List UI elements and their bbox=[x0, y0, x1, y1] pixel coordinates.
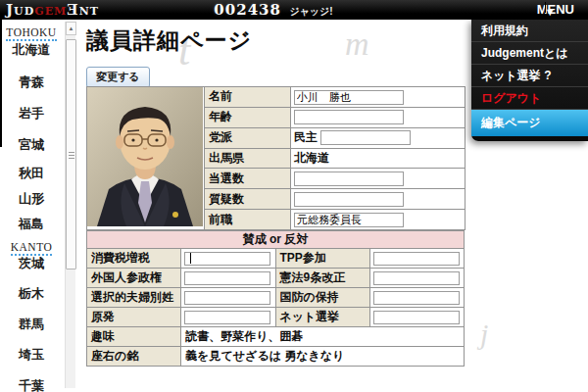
region-header-tohoku: TOHOKU bbox=[0, 26, 63, 38]
previous-post-input[interactable] bbox=[294, 213, 404, 227]
watermark-letter: m bbox=[345, 25, 369, 63]
nuclear-power-input[interactable] bbox=[184, 311, 270, 324]
stance-label-foreigner-suffrage: 外国人参政権 bbox=[87, 269, 181, 288]
questions-input[interactable] bbox=[294, 192, 404, 207]
stance-label-consumption-tax: 消費税増税 bbox=[87, 249, 181, 269]
politician-photo bbox=[87, 87, 205, 230]
judge-counter: 002438 ジャッジ! bbox=[214, 0, 332, 20]
field-label-party: 党派 bbox=[205, 127, 291, 148]
field-label-questions: 質疑数 bbox=[205, 189, 291, 210]
scroll-up-icon[interactable]: ▲ bbox=[66, 22, 76, 35]
tpp-input[interactable] bbox=[373, 252, 460, 266]
sidebar-item-saitama[interactable]: 埼玉 bbox=[0, 346, 63, 364]
text-caret bbox=[190, 253, 191, 264]
party-input[interactable] bbox=[320, 130, 411, 145]
stance-header: 賛成 or 反対 bbox=[87, 231, 465, 249]
elections-won-input[interactable] bbox=[294, 172, 404, 186]
site-logo[interactable]: JUDGEMƎNT bbox=[6, 0, 99, 20]
field-label-elections-won: 当選数 bbox=[205, 169, 291, 189]
sidebar-item-akita[interactable]: 秋田 bbox=[0, 165, 63, 182]
sidebar-item-iwate[interactable]: 岩手 bbox=[0, 105, 63, 122]
field-label-previous-post: 前職 bbox=[205, 210, 291, 230]
menu-button[interactable]: MENU▼ bbox=[537, 0, 574, 20]
menu-item-logout[interactable]: ログアウト bbox=[471, 87, 588, 110]
sidebar-item-fukushima[interactable]: 福島 bbox=[0, 216, 63, 233]
separate-surnames-input[interactable] bbox=[184, 291, 270, 305]
field-label-age: 年齢 bbox=[205, 107, 291, 127]
sidebar-item-yamagata[interactable]: 山形 bbox=[0, 190, 63, 208]
national-defense-input[interactable] bbox=[373, 291, 460, 305]
judge-count-label: ジャッジ! bbox=[289, 6, 332, 17]
stance-label-separate-surnames: 選択的夫婦別姓 bbox=[87, 288, 181, 308]
net-election-input[interactable] bbox=[373, 311, 460, 324]
consumption-tax-input[interactable] bbox=[184, 252, 270, 266]
sidebar-item-chiba[interactable]: 千葉 bbox=[0, 377, 63, 392]
scrollbar-thumb[interactable] bbox=[66, 39, 76, 270]
sidebar-scrollbar[interactable]: ▲ bbox=[65, 22, 75, 388]
logo-text: UD bbox=[14, 5, 34, 18]
profile-table: 名前 年齢 党派 民主 出馬県 北海道 当選数 質疑数 前職 bbox=[86, 86, 466, 230]
judge-count-value: 002438 bbox=[214, 1, 281, 19]
logo-text: Ǝ bbox=[67, 1, 78, 19]
menu-item-about[interactable]: Judgementとは bbox=[471, 42, 588, 65]
logo-text: NT bbox=[79, 5, 99, 18]
stance-label-net-election: ネット選挙 bbox=[275, 308, 369, 327]
sidebar-item-tochigi[interactable]: 栃木 bbox=[0, 285, 63, 303]
dropdown-menu: 利用規約 Judgementとは ネット選挙 ? ログアウト 編集ページ bbox=[471, 20, 588, 141]
stance-label-article9: 憲法9条改正 bbox=[275, 269, 369, 288]
motto-label: 座右の銘 bbox=[87, 347, 181, 367]
party-value: 民主 bbox=[294, 130, 318, 144]
stance-label-nuclear-power: 原発 bbox=[87, 308, 181, 327]
change-button[interactable]: 変更する bbox=[86, 67, 150, 88]
region-header-kanto: KANTO bbox=[0, 241, 63, 253]
left-edge-decoration bbox=[0, 20, 2, 147]
prefecture-value: 北海道 bbox=[294, 151, 329, 165]
scrollbar-grip bbox=[69, 152, 74, 159]
sidebar-item-aomori[interactable]: 青森 bbox=[0, 74, 63, 91]
menu-item-net-election[interactable]: ネット選挙 ? bbox=[471, 65, 588, 87]
sidebar-item-hokkaido[interactable]: 北海道 bbox=[0, 41, 63, 59]
foreigner-suffrage-input[interactable] bbox=[184, 271, 270, 285]
page-title: 議員詳細ページ bbox=[86, 25, 252, 56]
stance-label-national-defense: 国防の保持 bbox=[275, 288, 369, 308]
age-input[interactable] bbox=[294, 110, 404, 124]
motto-value: 義を見てせざるは 勇なきなり bbox=[181, 347, 465, 367]
article9-input[interactable] bbox=[373, 271, 460, 285]
stance-table: 賛成 or 反対 消費税増税 TPP参加 外国人参政権 憲法9条改正 選択的夫婦… bbox=[86, 230, 465, 367]
field-label-name: 名前 bbox=[205, 87, 291, 108]
hobby-label: 趣味 bbox=[87, 327, 181, 347]
menu-button-label: MENU bbox=[537, 2, 574, 17]
chevron-down-icon: ▼ bbox=[545, 2, 546, 13]
menu-item-terms[interactable]: 利用規約 bbox=[471, 20, 588, 42]
watermark-letter: j bbox=[480, 318, 488, 351]
sidebar-item-gunma[interactable]: 群馬 bbox=[0, 316, 63, 333]
field-label-prefecture: 出馬県 bbox=[205, 148, 291, 169]
hobby-value: 読書、野菜作り、囲碁 bbox=[181, 327, 465, 347]
sidebar-item-ibaraki[interactable]: 茨城 bbox=[0, 255, 63, 272]
name-input[interactable] bbox=[294, 90, 404, 105]
logo-text-red: GEM bbox=[34, 5, 67, 18]
sidebar-item-miyagi[interactable]: 宮城 bbox=[0, 136, 63, 154]
menu-item-edit-page[interactable]: 編集ページ bbox=[471, 110, 588, 136]
logo-text: J bbox=[6, 1, 14, 19]
stance-label-tpp: TPP参加 bbox=[275, 249, 369, 269]
top-bar: JUDGEMƎNT 002438 ジャッジ! MENU▼ bbox=[0, 0, 588, 20]
